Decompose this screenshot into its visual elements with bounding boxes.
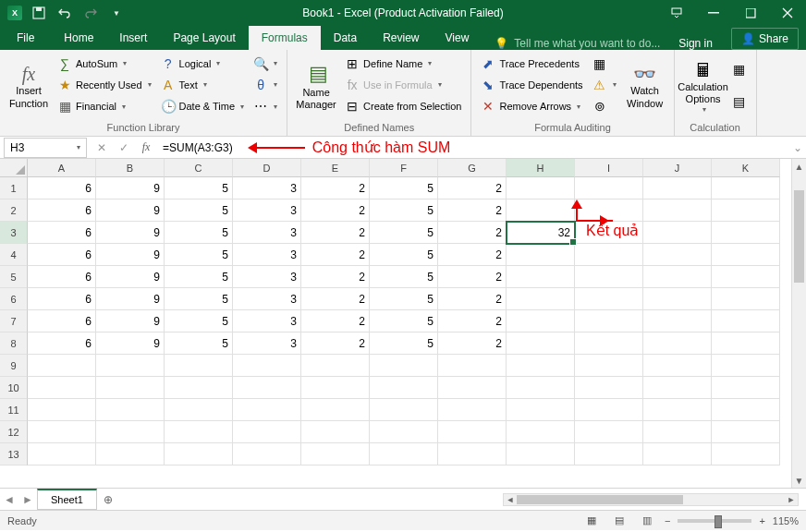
row-header[interactable]: 8	[0, 332, 28, 355]
normal-view-icon[interactable]: ▦	[581, 513, 602, 529]
row-header[interactable]: 7	[0, 310, 28, 332]
cell[interactable]	[233, 443, 301, 466]
cell[interactable]	[96, 399, 165, 421]
watch-window-button[interactable]: 👓 WatchWindow	[622, 53, 668, 120]
cell[interactable]	[575, 421, 643, 443]
cell[interactable]	[575, 332, 643, 355]
column-header[interactable]: D	[233, 159, 301, 177]
cell[interactable]: 6	[28, 200, 96, 222]
financial-button[interactable]: ▦Financial▾	[54, 98, 155, 115]
row-header[interactable]: 1	[0, 177, 28, 200]
cell[interactable]: 32	[507, 222, 575, 244]
cancel-formula-icon[interactable]: ✕	[91, 141, 113, 154]
trace-dependents-button[interactable]: ⬊Trace Dependents	[477, 77, 586, 93]
cell[interactable]: 6	[28, 332, 96, 355]
close-icon[interactable]	[769, 0, 806, 26]
cell[interactable]: 2	[438, 266, 507, 288]
cell[interactable]: 5	[165, 200, 233, 222]
text-button[interactable]: AText▾	[157, 77, 249, 93]
cell[interactable]	[507, 355, 575, 377]
cell[interactable]: 9	[96, 222, 165, 244]
sheet-nav-prev-icon[interactable]: ◄	[0, 493, 18, 506]
column-header[interactable]: A	[28, 159, 96, 177]
sheet-nav-next-icon[interactable]: ►	[18, 493, 37, 506]
cell[interactable]: 2	[301, 266, 370, 288]
cell[interactable]	[507, 443, 575, 466]
cell[interactable]: 5	[165, 310, 233, 332]
cell[interactable]	[712, 355, 780, 377]
cell[interactable]	[507, 288, 575, 310]
more-functions-button[interactable]: ⋯▾	[250, 98, 281, 115]
recently-used-button[interactable]: ★Recently Used▾	[54, 77, 155, 93]
cell[interactable]: 2	[438, 177, 507, 200]
tab-file[interactable]: File	[0, 26, 51, 50]
sheet-tab[interactable]: Sheet1	[37, 489, 97, 510]
share-button[interactable]: 👤Share	[731, 28, 799, 50]
cell[interactable]: 9	[96, 200, 165, 222]
cell[interactable]: 2	[438, 200, 507, 222]
cell[interactable]: 5	[165, 244, 233, 266]
cell[interactable]: 9	[96, 288, 165, 310]
cell[interactable]: 9	[96, 177, 165, 200]
cell[interactable]	[712, 443, 780, 466]
row-header[interactable]: 12	[0, 421, 28, 443]
scroll-down-icon[interactable]: ▼	[792, 473, 806, 488]
date-time-button[interactable]: 🕒Date & Time▾	[157, 98, 249, 115]
cell[interactable]	[643, 310, 712, 332]
cell[interactable]	[712, 244, 780, 266]
cell[interactable]: 5	[370, 222, 438, 244]
row-header[interactable]: 10	[0, 377, 28, 399]
cell[interactable]: 5	[165, 222, 233, 244]
tab-insert[interactable]: Insert	[106, 26, 160, 50]
cell[interactable]: 9	[96, 266, 165, 288]
cell[interactable]	[643, 288, 712, 310]
column-header[interactable]: F	[370, 159, 438, 177]
cell[interactable]	[370, 399, 438, 421]
fx-icon[interactable]: fx	[135, 140, 157, 154]
cell[interactable]	[165, 355, 233, 377]
name-manager-button[interactable]: ▤ NameManager	[293, 53, 339, 120]
cell[interactable]: 9	[96, 310, 165, 332]
cell[interactable]	[233, 355, 301, 377]
column-header[interactable]: G	[438, 159, 507, 177]
cell[interactable]: 5	[370, 288, 438, 310]
cell[interactable]	[438, 377, 507, 399]
cell[interactable]: 2	[301, 177, 370, 200]
vertical-scrollbar[interactable]: ▲ ▼	[791, 159, 806, 488]
row-header[interactable]: 5	[0, 266, 28, 288]
cell[interactable]: 2	[301, 200, 370, 222]
show-formulas-button[interactable]: ▦	[589, 55, 620, 72]
cell[interactable]: 6	[28, 266, 96, 288]
cell[interactable]: 5	[370, 177, 438, 200]
cell[interactable]	[643, 355, 712, 377]
cell[interactable]	[165, 443, 233, 466]
tab-formulas[interactable]: Formulas	[249, 26, 321, 50]
calc-sheet-button[interactable]: ▤	[728, 93, 751, 110]
accept-formula-icon[interactable]: ✓	[113, 141, 135, 154]
cell[interactable]	[28, 399, 96, 421]
cell[interactable]	[507, 310, 575, 332]
cell[interactable]	[643, 332, 712, 355]
cell[interactable]	[370, 377, 438, 399]
cell[interactable]	[438, 421, 507, 443]
column-header[interactable]: H	[507, 159, 575, 177]
zoom-in-icon[interactable]: +	[759, 515, 764, 526]
cell[interactable]	[643, 266, 712, 288]
zoom-slider[interactable]	[678, 519, 751, 523]
cell[interactable]: 6	[28, 177, 96, 200]
undo-icon[interactable]	[55, 4, 74, 22]
cell[interactable]	[96, 443, 165, 466]
horizontal-scrollbar[interactable]: ◄ ►	[503, 493, 799, 506]
cell[interactable]	[28, 421, 96, 443]
scroll-right-icon[interactable]: ►	[785, 494, 798, 505]
cell[interactable]: 5	[165, 332, 233, 355]
cell[interactable]	[643, 244, 712, 266]
cell[interactable]	[507, 266, 575, 288]
cell[interactable]	[438, 399, 507, 421]
cell[interactable]	[643, 177, 712, 200]
cell[interactable]	[28, 355, 96, 377]
cell[interactable]: 2	[438, 310, 507, 332]
cell[interactable]	[301, 399, 370, 421]
cell[interactable]: 2	[301, 310, 370, 332]
cell[interactable]	[575, 177, 643, 200]
